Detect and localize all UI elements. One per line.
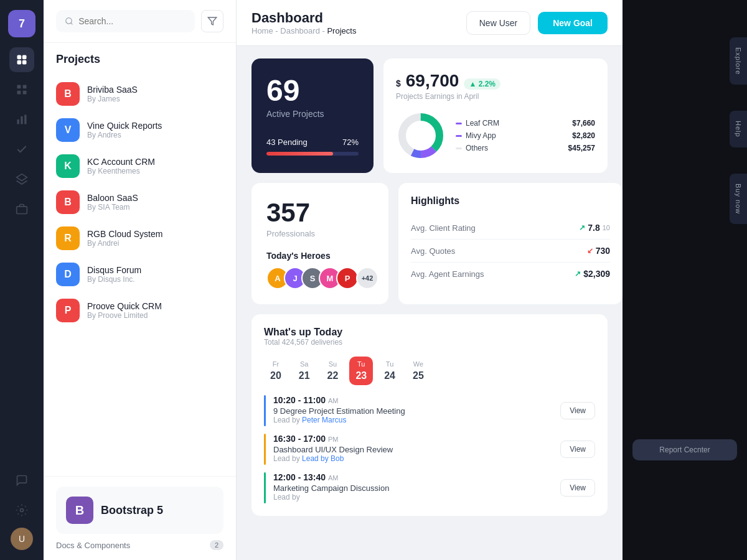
event-bar xyxy=(264,434,266,465)
legend-item: Others xyxy=(456,144,558,152)
project-item[interactable]: K KC Account CRM By Keenthemes xyxy=(44,148,236,184)
event-lead-link[interactable]: Peter Marcus xyxy=(302,416,346,424)
report-center-area: Report Cecnter xyxy=(632,439,737,460)
calendar-day[interactable]: Su22 xyxy=(321,357,345,385)
page-title: Dashboard xyxy=(251,10,356,26)
event-time: 10:20 - 11:00 AM xyxy=(273,395,553,405)
sidebar-title: Projects xyxy=(44,43,236,71)
donut-chart xyxy=(396,111,446,161)
legend-item: Mivy App xyxy=(456,131,558,140)
project-item[interactable]: D Disqus Forum By Disqus Inc. xyxy=(44,256,236,292)
calendar-subtitle: Total 424,567 deliveries xyxy=(264,338,595,347)
event-info: 10:20 - 11:00 AM 9 Degree Project Estima… xyxy=(273,395,553,424)
docs-link[interactable]: Docs & Components 2 xyxy=(56,534,223,550)
search-icon xyxy=(65,16,73,26)
active-projects-count: 69 xyxy=(266,73,359,108)
calendar-day[interactable]: We25 xyxy=(406,357,430,385)
progress-bar-bg xyxy=(266,152,359,156)
earnings-currency: $ xyxy=(396,78,401,88)
project-item[interactable]: V Vine Quick Reports By Andres xyxy=(44,112,236,148)
svg-rect-2 xyxy=(17,60,22,65)
project-item[interactable]: B Baloon SaaS By SIA Team xyxy=(44,184,236,220)
event-lead: Lead by xyxy=(273,493,553,502)
nav-avatar[interactable]: 7 xyxy=(8,10,35,37)
nav-bottom: U xyxy=(9,468,34,550)
project-item[interactable]: R RGB Cloud System By Andrei xyxy=(44,220,236,256)
highlight-value: ↗ 7.8 10 xyxy=(579,223,610,233)
calendar-day[interactable]: Sa21 xyxy=(293,357,316,385)
earnings-amount: 69,700 xyxy=(406,71,459,91)
pending-row: 43 Pending 72% xyxy=(266,138,359,147)
user-avatar[interactable]: U xyxy=(11,528,33,550)
project-item[interactable]: P Proove Quick CRM By Proove Limited xyxy=(44,292,236,329)
calendar-day[interactable]: Fr20 xyxy=(264,357,288,385)
nav-icon-dashboard[interactable] xyxy=(9,47,34,72)
nav-icon-layers[interactable] xyxy=(9,167,34,192)
row-1: 69 Active Projects 43 Pending 72% $ 69,7… xyxy=(251,58,608,173)
highlight-row: Avg. Agent Earnings ↗ $2,309 xyxy=(411,263,610,285)
event-list: 10:20 - 11:00 AM 9 Degree Project Estima… xyxy=(264,395,595,503)
header-left: Dashboard Home - Dashboard - Projects xyxy=(251,10,356,35)
event-info: 12:00 - 13:40 AM Marketing Campaign Disc… xyxy=(273,472,553,502)
row-2: 357 Professionals Today's Heroes AJSMP+4… xyxy=(251,183,608,304)
event-item: 10:20 - 11:00 AM 9 Degree Project Estima… xyxy=(264,395,595,426)
event-title: Dashboard UI/UX Design Review xyxy=(273,445,553,454)
event-bar xyxy=(264,395,266,426)
nav-icon-grid[interactable] xyxy=(9,77,34,102)
calendar-day[interactable]: Tu23 xyxy=(349,357,373,385)
new-user-button[interactable]: New User xyxy=(466,11,530,35)
project-item[interactable]: B Briviba SaaS By James xyxy=(44,76,236,112)
active-projects-label: Active Projects xyxy=(266,109,359,119)
breadcrumb-dashboard[interactable]: Dashboard xyxy=(280,26,320,35)
svg-rect-7 xyxy=(23,91,27,95)
avatar-more: +42 xyxy=(356,267,378,289)
calendar-card: What's up Today Total 424,567 deliveries… xyxy=(251,314,608,516)
progress-bar-fill xyxy=(266,152,333,156)
svg-rect-8 xyxy=(17,119,19,124)
left-nav: 7 U xyxy=(0,0,44,560)
event-view-button[interactable]: View xyxy=(560,479,595,497)
event-bar xyxy=(264,472,266,503)
svg-rect-6 xyxy=(17,91,21,95)
bootstrap-label: Bootstrap 5 xyxy=(101,504,163,517)
hero-avatar: P xyxy=(336,267,359,289)
nav-icon-check[interactable] xyxy=(9,137,34,162)
earnings-subtitle: Projects Earnings in April xyxy=(396,92,595,101)
report-center-button[interactable]: Report Cecnter xyxy=(632,439,737,460)
legend-value: $7,660 xyxy=(568,119,595,128)
explore-button[interactable]: Explore xyxy=(730,37,747,85)
new-goal-button[interactable]: New Goal xyxy=(538,12,608,34)
trend-icon: ↗ xyxy=(579,223,585,232)
legend-value: $45,257 xyxy=(568,144,595,152)
svg-rect-0 xyxy=(17,55,22,60)
filter-button[interactable] xyxy=(201,10,223,32)
event-view-button[interactable]: View xyxy=(560,402,595,419)
event-view-button[interactable]: View xyxy=(560,441,595,458)
buy-button[interactable]: Buy now xyxy=(730,174,747,224)
breadcrumb-home[interactable]: Home xyxy=(251,26,273,35)
highlight-label: Avg. Quotes xyxy=(411,246,455,256)
legend-values: $7,660$2,820$45,257 xyxy=(568,119,595,152)
earnings-card: $ 69,700 ▲ 2.2% Projects Earnings in Apr… xyxy=(383,58,608,173)
highlight-row: Avg. Client Rating ↗ 7.8 10 xyxy=(411,217,610,240)
nav-icon-settings[interactable] xyxy=(9,498,34,523)
help-button[interactable]: Help xyxy=(730,111,747,147)
legend-item: Leaf CRM xyxy=(456,119,558,128)
search-input[interactable] xyxy=(78,16,186,26)
svg-rect-5 xyxy=(23,85,27,89)
calendar-days: Fr20Sa21Su22Tu23Tu24We25 xyxy=(264,357,595,385)
earnings-content: Leaf CRMMivy AppOthers $7,660$2,820$45,2… xyxy=(396,111,595,161)
nav-icon-briefcase[interactable] xyxy=(9,197,34,222)
calendar-day[interactable]: Tu24 xyxy=(378,357,402,385)
search-box[interactable] xyxy=(56,10,195,32)
nav-icon-message[interactable] xyxy=(9,468,34,493)
heroes-title: Today's Heroes xyxy=(266,251,374,261)
bootstrap-card[interactable]: B Bootstrap 5 xyxy=(56,487,223,534)
pending-count: 43 Pending xyxy=(266,138,308,147)
bootstrap-icon: B xyxy=(66,497,93,524)
nav-icon-chart[interactable] xyxy=(9,107,34,132)
earnings-header: $ 69,700 ▲ 2.2% xyxy=(396,71,595,91)
highlight-value: ↙ 730 xyxy=(587,246,610,256)
event-lead-link[interactable]: Lead by Bob xyxy=(302,454,344,463)
trend-icon: ↙ xyxy=(587,246,593,255)
